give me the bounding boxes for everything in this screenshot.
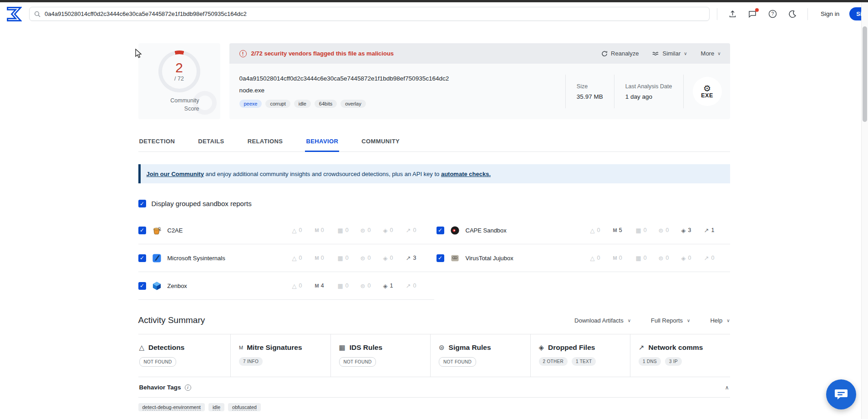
behavior-tag[interactable]: idle [208,403,224,411]
sigma-count: ⊜0 [360,227,373,233]
sigma-count: ⊜0 [659,255,671,261]
sigma-count: ⊜0 [659,227,671,233]
mitre-icon: M [613,255,617,261]
sandbox-checkbox[interactable]: ✓ [138,282,146,290]
svg-text:?: ? [771,11,774,16]
sandbox-row-cape: ✓ CAPE Sandbox △0 M5 ▦0 ⊜0 ◈3 ↗1 [434,217,730,244]
detections-count: △0 [590,227,603,233]
ids-icon: ▦ [636,227,641,233]
reanalyze-button[interactable]: Reanalyze [601,50,639,57]
ids-icon: ▦ [636,255,641,261]
sandbox-report-list: ✓ C2AE △0 M0 ▦0 ⊜0 ◈0 ↗0 ✓ [138,217,730,300]
sandbox-name[interactable]: CAPE Sandbox [466,227,584,234]
status-badge[interactable]: 1 DNS [639,357,661,366]
detections-icon: △ [292,255,297,261]
sigma-icon: ⊜ [659,227,664,233]
behavior-tag[interactable]: detect-debug-environment [138,403,205,411]
chevron-down-icon: ∨ [726,318,730,323]
activity-summary-cards: △Detections NOT FOUND MMitre Signatures … [138,334,730,377]
tab-community[interactable]: COMMUNITY [360,137,401,151]
help-icon[interactable]: ? [767,9,777,19]
community-banner: Join our Community and enjoy additional … [138,164,730,183]
alert-circle-icon: ! [239,50,247,57]
detections-count: △0 [292,283,305,289]
dropped-files-icon: ◈ [383,227,388,233]
card-mitre-signatures: MMitre Signatures 7 INFO [230,334,330,377]
sandbox-name[interactable]: VirusTotal Jujubox [466,255,584,262]
automate-checks-link[interactable]: automate checks. [441,171,491,177]
ids-count: ▦0 [338,255,350,261]
report-tabs: DETECTION DETAILS RELATIONS BEHAVIOR COM… [138,137,730,152]
dropped-files-icon: ◈ [681,255,686,261]
tag-idle[interactable]: idle [294,100,311,108]
virustotal-logo-icon[interactable] [6,6,22,22]
info-icon[interactable]: i [185,384,191,391]
banner-text: and enjoy additional community insights … [204,171,441,177]
sandbox-checkbox[interactable]: ✓ [138,227,146,234]
file-hash[interactable]: 0a4a915028014cff0d2c3444c6e30ca5e7445872… [239,75,556,82]
jujubox-icon [450,253,460,263]
upload-icon[interactable] [727,9,737,19]
join-community-link[interactable]: Join our Community [147,171,204,177]
mitre-icon: M [315,227,319,233]
ids-icon: ▦ [338,283,343,289]
help-dropdown[interactable]: Help∨ [710,317,730,324]
network-icon: ↗ [704,255,709,261]
behavior-tag[interactable]: obfuscated [228,403,261,411]
detection-score-value: 2 [175,61,183,75]
status-badge[interactable]: 1 TEXT [572,357,596,366]
search-bar[interactable] [29,7,710,21]
page-scrollbar[interactable] [861,2,868,419]
sign-in-link[interactable]: Sign in [821,10,839,17]
sandbox-name[interactable]: Microsoft Sysinternals [168,255,286,262]
dark-mode-moon-icon[interactable] [787,9,797,19]
cape-icon [450,226,460,235]
tab-relations[interactable]: RELATIONS [247,137,284,151]
tag-64bits[interactable]: 64bits [315,100,337,108]
malicious-warning-band: ! 2/72 security vendors flagged this fil… [229,43,730,64]
mitre-icon: M [315,283,319,289]
status-badge[interactable]: 3 IP [665,357,682,366]
activity-summary-title: Activity Summary [138,315,575,325]
tab-details[interactable]: DETAILS [197,137,225,151]
file-summary-card: ! 2/72 security vendors flagged this fil… [229,43,730,119]
status-badge[interactable]: 7 INFO [239,357,263,366]
tab-detection[interactable]: DETECTION [138,137,176,151]
chevron-down-icon: ∨ [684,51,687,56]
sigma-icon: ⊜ [659,255,664,261]
tag-peexe[interactable]: peexe [239,100,262,108]
sandbox-checkbox[interactable]: ✓ [437,254,444,262]
card-sigma-rules: ⊜Sigma Rules NOT FOUND [430,334,530,377]
behavior-tags-header: Behavior Tags i ∧ [138,377,730,397]
similar-button[interactable]: Similar ∨ [652,50,687,57]
grouped-reports-checkbox[interactable]: ✓ [138,200,146,207]
tag-corrupt[interactable]: corrupt [265,100,290,108]
card-network-comms: ↗Network comms 1 DNS 3 IP [630,334,730,377]
sandbox-row-jujubox: ✓ VirusTotal Jujubox △0 M0 ▦0 ⊜0 ◈0 ↗0 [434,244,730,272]
tag-overlay[interactable]: overlay [340,100,365,108]
mitre-icon: M [239,345,243,350]
sandbox-name[interactable]: C2AE [168,227,286,234]
sandbox-row-empty [434,272,730,300]
card-ids-rules: ▦IDS Rules NOT FOUND [330,334,431,377]
scrollbar-thumb[interactable] [863,26,867,122]
network-icon: ↗ [704,227,709,233]
detection-score-widget: 2 / 72 Community Score [138,43,220,119]
sandbox-checkbox[interactable]: ✓ [138,254,146,262]
download-artifacts-dropdown[interactable]: Download Artifacts∨ [574,317,631,324]
feedback-icon[interactable] [747,9,757,19]
sandbox-checkbox[interactable]: ✓ [437,227,444,234]
more-button[interactable]: More ∨ [701,50,721,57]
dropped-files-count: ◈0 [383,255,396,261]
tab-behavior[interactable]: BEHAVIOR [305,137,339,152]
sandbox-name[interactable]: Zenbox [168,283,286,289]
chat-support-button[interactable] [826,379,856,409]
last-analysis-value: 1 day ago [625,93,672,100]
file-size-block: Size 35.97 MB [566,83,614,100]
search-input[interactable] [45,10,705,17]
ids-icon: ▦ [338,255,343,261]
file-name: node.exe [239,87,556,94]
status-badge[interactable]: 2 OTHER [539,357,568,366]
full-reports-dropdown[interactable]: Full Reports∨ [651,317,690,324]
collapse-chevron-up-icon[interactable]: ∧ [725,384,729,391]
